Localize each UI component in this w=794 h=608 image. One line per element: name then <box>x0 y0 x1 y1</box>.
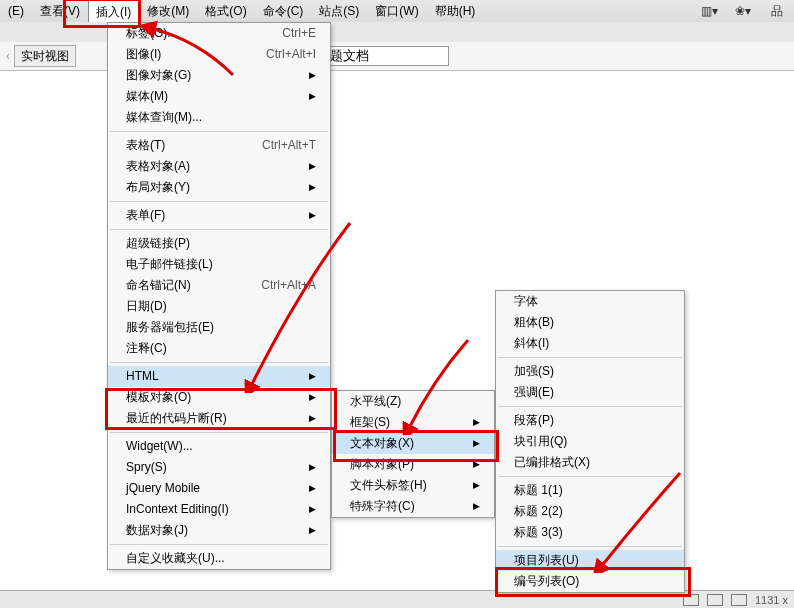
insert-menu-item-15[interactable]: 日期(D) <box>108 296 330 317</box>
menu-item-label: InContext Editing(I) <box>126 499 229 520</box>
text-submenu-item-0[interactable]: 字体 <box>496 291 684 312</box>
shortcut: Ctrl+E <box>282 23 316 44</box>
submenu-arrow-icon: ▶ <box>309 205 316 226</box>
device-icon[interactable] <box>731 594 747 606</box>
menu-e[interactable]: (E) <box>0 0 32 22</box>
insert-menu-item-0[interactable]: 标签(G)...Ctrl+E <box>108 23 330 44</box>
menu-item-label: 文本对象(X) <box>350 433 414 454</box>
text-submenu-item-11[interactable]: 标题 1(1) <box>496 480 684 501</box>
insert-menu-item-10[interactable]: 表单(F)▶ <box>108 205 330 226</box>
html-submenu-item-4[interactable]: 文件头标签(H)▶ <box>332 475 494 496</box>
submenu-arrow-icon: ▶ <box>309 408 316 429</box>
menu-insert[interactable]: 插入(I) <box>88 0 139 23</box>
gear-icon[interactable]: ❀▾ <box>730 2 756 20</box>
menu-item-label: 表格(T) <box>126 135 165 156</box>
menu-item-label: 项目列表(U) <box>514 550 579 571</box>
shortcut: Ctrl+Alt+I <box>266 44 316 65</box>
text-submenu-item-8[interactable]: 块引用(Q) <box>496 431 684 452</box>
text-submenu-item-15[interactable]: 项目列表(U) <box>496 550 684 571</box>
insert-menu-item-2[interactable]: 图像对象(G)▶ <box>108 65 330 86</box>
text-submenu-item-5[interactable]: 强调(E) <box>496 382 684 403</box>
menu-site[interactable]: 站点(S) <box>311 0 367 22</box>
menu-item-label: 标题 1(1) <box>514 480 563 501</box>
separator <box>498 546 682 547</box>
text-submenu-item-16[interactable]: 编号列表(O) <box>496 571 684 592</box>
menu-item-label: 字体 <box>514 291 538 312</box>
menu-view[interactable]: 查看(V) <box>32 0 88 22</box>
insert-menu-item-26[interactable]: InContext Editing(I)▶ <box>108 499 330 520</box>
menubar: (E) 查看(V) 插入(I) 修改(M) 格式(O) 命令(C) 站点(S) … <box>0 0 794 23</box>
insert-menu-item-24[interactable]: Spry(S)▶ <box>108 457 330 478</box>
text-object-submenu: 字体粗体(B)斜体(I)加强(S)强调(E)段落(P)块引用(Q)已编排格式(X… <box>495 290 685 593</box>
menu-item-label: 段落(P) <box>514 410 554 431</box>
insert-menu-item-12[interactable]: 超级链接(P) <box>108 233 330 254</box>
html-submenu: 水平线(Z)框架(S)▶文本对象(X)▶脚本对象(P)▶文件头标签(H)▶特殊字… <box>331 390 495 518</box>
selector-icon[interactable] <box>683 594 699 606</box>
insert-menu-item-14[interactable]: 命名锚记(N)Ctrl+Alt+A <box>108 275 330 296</box>
text-submenu-item-13[interactable]: 标题 3(3) <box>496 522 684 543</box>
separator <box>498 476 682 477</box>
insert-menu-item-21[interactable]: 最近的代码片断(R)▶ <box>108 408 330 429</box>
html-submenu-item-0[interactable]: 水平线(Z) <box>332 391 494 412</box>
text-submenu-item-7[interactable]: 段落(P) <box>496 410 684 431</box>
layout-icon[interactable]: ▥▾ <box>696 2 722 20</box>
separator <box>110 131 328 132</box>
separator <box>110 201 328 202</box>
insert-menu-item-17[interactable]: 注释(C) <box>108 338 330 359</box>
insert-menu-item-25[interactable]: jQuery Mobile▶ <box>108 478 330 499</box>
insert-menu-item-20[interactable]: 模板对象(O)▶ <box>108 387 330 408</box>
menu-modify[interactable]: 修改(M) <box>139 0 197 22</box>
menu-item-label: 块引用(Q) <box>514 431 567 452</box>
insert-menu-item-1[interactable]: 图像(I)Ctrl+Alt+I <box>108 44 330 65</box>
menu-item-label: 最近的代码片断(R) <box>126 408 227 429</box>
insert-menu-item-4[interactable]: 媒体查询(M)... <box>108 107 330 128</box>
menu-format[interactable]: 格式(O) <box>197 0 254 22</box>
submenu-arrow-icon: ▶ <box>309 86 316 107</box>
insert-menu-item-13[interactable]: 电子邮件链接(L) <box>108 254 330 275</box>
insert-menu-item-6[interactable]: 表格(T)Ctrl+Alt+T <box>108 135 330 156</box>
text-submenu-item-4[interactable]: 加强(S) <box>496 361 684 382</box>
separator <box>498 406 682 407</box>
menu-item-label: 命名锚记(N) <box>126 275 191 296</box>
submenu-arrow-icon: ▶ <box>473 433 480 454</box>
menu-item-label: 图像对象(G) <box>126 65 191 86</box>
insert-menu-item-23[interactable]: Widget(W)... <box>108 436 330 457</box>
submenu-arrow-icon: ▶ <box>473 454 480 475</box>
menu-item-label: 加强(S) <box>514 361 554 382</box>
insert-menu-item-16[interactable]: 服务器端包括(E) <box>108 317 330 338</box>
shortcut: Ctrl+Alt+A <box>261 275 316 296</box>
menu-item-label: 强调(E) <box>514 382 554 403</box>
separator <box>498 357 682 358</box>
menu-item-label: 标题 2(2) <box>514 501 563 522</box>
menu-item-label: Spry(S) <box>126 457 167 478</box>
insert-menu-item-3[interactable]: 媒体(M)▶ <box>108 86 330 107</box>
html-submenu-item-2[interactable]: 文本对象(X)▶ <box>332 433 494 454</box>
text-submenu-item-2[interactable]: 斜体(I) <box>496 333 684 354</box>
submenu-arrow-icon: ▶ <box>309 156 316 177</box>
menu-item-label: 电子邮件链接(L) <box>126 254 213 275</box>
menu-item-label: jQuery Mobile <box>126 478 200 499</box>
insert-menu-item-29[interactable]: 自定义收藏夹(U)... <box>108 548 330 569</box>
html-submenu-item-1[interactable]: 框架(S)▶ <box>332 412 494 433</box>
menu-item-label: 标签(G)... <box>126 23 177 44</box>
insert-menu-item-19[interactable]: HTML▶ <box>108 366 330 387</box>
insert-menu-item-27[interactable]: 数据对象(J)▶ <box>108 520 330 541</box>
insert-menu-item-8[interactable]: 布局对象(Y)▶ <box>108 177 330 198</box>
text-submenu-item-9[interactable]: 已编排格式(X) <box>496 452 684 473</box>
menu-item-label: 数据对象(J) <box>126 520 188 541</box>
screen-icon[interactable] <box>707 594 723 606</box>
text-submenu-item-1[interactable]: 粗体(B) <box>496 312 684 333</box>
menu-item-label: 自定义收藏夹(U)... <box>126 548 225 569</box>
menu-window[interactable]: 窗口(W) <box>367 0 426 22</box>
sitemap-icon[interactable]: 品 <box>764 2 790 20</box>
live-view-button[interactable]: 实时视图 <box>14 45 76 67</box>
html-submenu-item-5[interactable]: 特殊字符(C)▶ <box>332 496 494 517</box>
menu-help[interactable]: 帮助(H) <box>427 0 484 22</box>
menu-item-label: 标题 3(3) <box>514 522 563 543</box>
insert-menu-item-7[interactable]: 表格对象(A)▶ <box>108 156 330 177</box>
status-size: 1131 x <box>755 594 788 606</box>
html-submenu-item-3[interactable]: 脚本对象(P)▶ <box>332 454 494 475</box>
submenu-arrow-icon: ▶ <box>309 65 316 86</box>
menu-commands[interactable]: 命令(C) <box>255 0 312 22</box>
text-submenu-item-12[interactable]: 标题 2(2) <box>496 501 684 522</box>
